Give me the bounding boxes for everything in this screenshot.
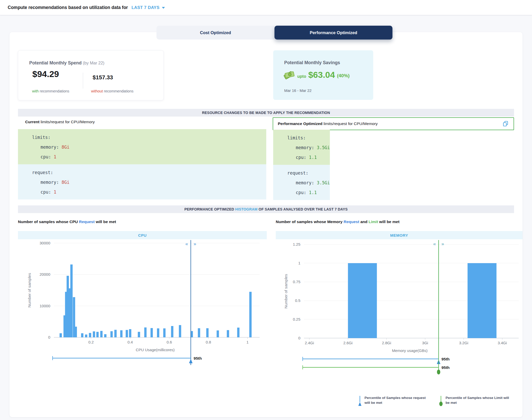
yaml-request-header: request: [18,168,266,177]
cpu-heading-request: Request [79,219,95,224]
histogram-bar [75,327,77,337]
yaml-value: 1.1 [309,155,317,160]
request-percentile-icon [358,395,362,407]
current-word: Current [25,120,40,124]
top-bar: Compute recommendations based on utiliza… [0,0,532,15]
memory-x-axis-title: Memory usage(GBs) [392,348,427,353]
limit-percentile-icon [439,395,443,407]
yaml-value: 1 [54,154,56,159]
histogram-bar [348,263,377,338]
legend-limit-item: Percentile of Samples whose Limit will b… [439,395,513,407]
recommended-limits-section: limits: memory: 3.5Gi cpu: 1.1 [273,130,330,165]
drag-handle-left-icon[interactable]: « [433,241,436,246]
histogram-bar [171,326,173,337]
cpu-histogram[interactable]: CPU01000020000300000.20.40.60.81CPU Usag… [18,231,267,370]
histogram-bar [93,331,95,337]
savings-card-title: Potential Monthly Savings [284,60,340,65]
limit-percentile-marker-icon[interactable] [437,370,440,375]
spend-title-date: (by Mar 22) [82,61,104,65]
cpu-histogram-bars [60,264,252,337]
current-request-section: request: memory: 8Gi cpu: 1 [18,164,266,199]
spend-divider [83,73,83,89]
tab-cost-optimized[interactable]: Cost Optimized [156,26,274,40]
copy-button[interactable] [502,120,509,127]
date-range-value[interactable]: LAST 7 DAYS [132,5,160,10]
spend-without-value: $157.33 [93,74,113,81]
with-rest: recommendations [39,89,69,93]
copy-icon [503,121,509,127]
monthly-savings-card: Potential Monthly Savings upto $63.04 (4… [273,50,373,100]
histogram-bar [110,331,113,337]
histogram-bar [104,334,106,337]
memory-histogram[interactable]: MEMORY00.250.50.7511.252.4Gi2.6Gi2.8Gi3G… [276,231,523,379]
x-tick-label: 2.4Gi [305,341,314,345]
histogram-bar [206,328,209,337]
histogram-bar [198,328,200,337]
x-tick-label: 1 [247,340,249,344]
without-word: without [91,89,103,93]
legend-request-item: Percentile of Samples whose request will… [358,395,432,407]
cpu-heading-pre: Number of samples whose CPU [18,219,79,224]
page-title: Compute recommendations based on utiliza… [8,5,128,10]
request-percentile-label: 95th [441,357,450,361]
histogram-bar [126,330,128,337]
mem-heading-pre: Number of samples whose Memory [276,219,343,224]
histogram-bar [217,330,219,337]
with-word: with [32,89,39,93]
y-tick-label: 20000 [40,272,50,276]
yaml-key: cpu: [41,189,51,195]
money-icon [283,69,295,80]
drag-handle-right-icon[interactable]: » [193,241,196,246]
y-tick-label: 0.5 [295,298,300,303]
x-tick-label: 3Gi [422,341,428,345]
yaml-request-cpu: cpu: 1.1 [273,188,330,197]
memory-chart-heading: Number of samples whose Memory Request a… [276,219,399,224]
histogram-bar [89,333,91,337]
cpu-y-axis-title: Number of samples [27,273,32,308]
limit-percentile-label: 95th [441,365,450,370]
yaml-value: 3.5Gi [317,145,330,150]
y-tick-label: 0.75 [293,280,300,284]
yaml-key: memory: [41,180,59,185]
x-tick-label: 2.8Gi [382,341,391,345]
y-tick-label: 10000 [40,304,50,308]
drag-handle-right-icon[interactable]: » [441,241,444,246]
histogram-bar [157,328,159,337]
histogram-bar [100,331,103,337]
yaml-key: cpu: [296,155,306,160]
yaml-request-header: request: [273,168,330,178]
drag-handle-left-icon[interactable]: « [185,241,188,246]
performance-optimized-word: Performance Optimized [278,121,322,126]
date-range-dropdown[interactable]: LAST 7 DAYS [132,5,165,10]
percentile-legend: Percentile of Samples whose request will… [358,395,513,407]
spend-card-title: Potential Monthly Spend (by Mar 22) [29,60,104,66]
y-tick-label: 1 [298,261,300,265]
savings-value-row: upto $63.04 (40%) [283,69,350,80]
histogram-bar [179,325,181,337]
savings-percent: (40%) [337,73,350,79]
spend-without-label: without recommendations [91,89,133,93]
optimization-tabs: Cost Optimized Performance Optimized [156,26,392,40]
yaml-limits-cpu: cpu: 1 [18,152,266,162]
histogram-banner: PERFORMANCE OPTIMIZED HISTOGRAM OF SAMPL… [18,205,514,213]
x-tick-label: 0.8 [206,340,211,344]
recommended-yaml-panel: Performance Optimized limits/request for… [273,117,514,130]
memory-y-axis-title: Number of samples [284,274,288,309]
mem-heading-and: and [359,219,369,224]
recommended-request-section: request: memory: 3.5Gi cpu: 1.1 [273,165,330,200]
cpu-heading-post: will be met [95,219,116,224]
tab-performance-optimized[interactable]: Performance Optimized [274,26,392,40]
yaml-key: cpu: [296,190,306,195]
without-rest: recommendations [103,89,133,93]
histogram-bar [468,263,497,338]
cpu-panel-title: CPU [138,233,146,237]
histogram-bar [129,329,131,337]
spend-with-label: with recommendations [32,89,69,93]
yaml-limits-memory: memory: 8Gi [18,142,266,152]
recommendations-page: Compute recommendations based on utiliza… [0,0,532,420]
histogram-bar [81,333,83,337]
mem-heading-post: will be met [378,219,400,224]
histogram-bar [70,264,73,337]
mem-heading-limit: Limit [369,219,378,224]
request-percentile-marker-icon[interactable] [189,359,193,363]
